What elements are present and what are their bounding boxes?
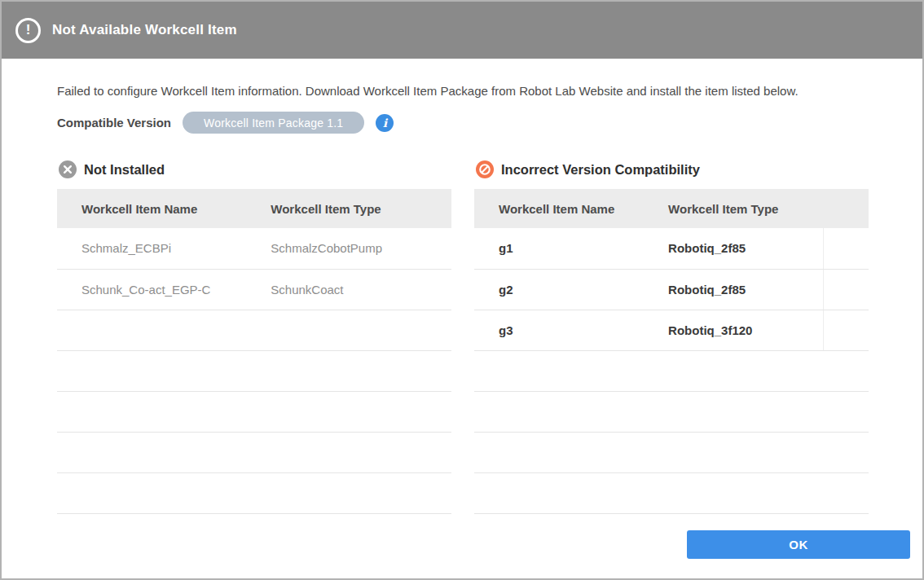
info-icon[interactable]: i	[376, 114, 394, 132]
incorrect-version-table: Workcell Item Name Workcell Item Type g1…	[474, 189, 869, 514]
not-installed-table: Workcell Item Name Workcell Item Type Sc…	[57, 189, 451, 514]
empty-table-row	[474, 391, 869, 432]
table-row: Schunk_Co-act_EGP-C SchunkCoact	[57, 269, 451, 310]
cell-item-type: Robotiq_2f85	[644, 228, 823, 269]
table-header-row: Workcell Item Name Workcell Item Type	[57, 189, 451, 228]
column-header-name: Workcell Item Name	[474, 189, 644, 228]
empty-table-row	[57, 310, 451, 350]
not-installed-title: Not Installed	[84, 162, 165, 178]
compatible-version-row: Compatible Version Workcell Item Package…	[57, 112, 922, 134]
cell-item-name: Schunk_Co-act_EGP-C	[57, 269, 246, 310]
x-circle-icon	[59, 160, 77, 178]
incorrect-version-title: Incorrect Version Compatibility	[501, 162, 700, 178]
column-header-type: Workcell Item Type	[246, 189, 451, 228]
ok-button[interactable]: OK	[687, 530, 910, 559]
not-installed-section: Not Installed Workcell Item Name Workcel…	[57, 160, 451, 514]
dialog-title: Not Available Workcell Item	[52, 22, 237, 38]
column-header-name: Workcell Item Name	[57, 189, 246, 228]
cell-item-type: Robotiq_3f120	[644, 310, 823, 350]
cell-extra	[823, 228, 869, 269]
cell-item-name: Schmalz_ECBPi	[57, 228, 246, 269]
empty-table-row	[57, 472, 451, 513]
prohibition-circle-icon	[476, 160, 494, 178]
empty-table-row	[474, 432, 869, 472]
dialog-header: ! Not Available Workcell Item	[2, 2, 922, 59]
dialog-description: Failed to configure Workcell Item inform…	[57, 84, 865, 98]
cell-item-type: SchunkCoact	[246, 269, 451, 310]
empty-table-row	[474, 472, 869, 513]
column-header-extra	[823, 189, 869, 228]
empty-table-row	[57, 391, 451, 432]
incorrect-version-section: Incorrect Version Compatibility Workcell…	[474, 160, 869, 514]
cell-item-type: Robotiq_2f85	[644, 269, 823, 310]
tables-container: Not Installed Workcell Item Name Workcel…	[57, 160, 922, 514]
not-installed-header: Not Installed	[57, 160, 451, 178]
cell-item-name: g1	[474, 228, 644, 269]
cell-item-name: g3	[474, 310, 644, 350]
cell-extra	[823, 269, 869, 310]
table-row: g2 Robotiq_2f85	[474, 269, 869, 310]
column-header-type: Workcell Item Type	[644, 189, 823, 228]
table-header-row: Workcell Item Name Workcell Item Type	[474, 189, 869, 228]
incorrect-version-header: Incorrect Version Compatibility	[474, 160, 869, 178]
empty-table-row	[474, 350, 869, 391]
table-row: Schmalz_ECBPi SchmalzCobotPump	[57, 228, 451, 269]
cell-extra	[823, 310, 869, 350]
table-row: g1 Robotiq_2f85	[474, 228, 869, 269]
compatible-version-label: Compatible Version	[57, 116, 171, 130]
cell-item-type: SchmalzCobotPump	[246, 228, 451, 269]
not-available-workcell-item-dialog: ! Not Available Workcell Item Failed to …	[0, 0, 924, 580]
exclamation-circle-icon: !	[15, 18, 41, 43]
table-row: g3 Robotiq_3f120	[474, 310, 869, 350]
empty-table-row	[57, 350, 451, 391]
empty-table-row	[57, 432, 451, 472]
compatible-version-badge: Workcell Item Package 1.1	[183, 112, 364, 134]
cell-item-name: g2	[474, 269, 644, 310]
